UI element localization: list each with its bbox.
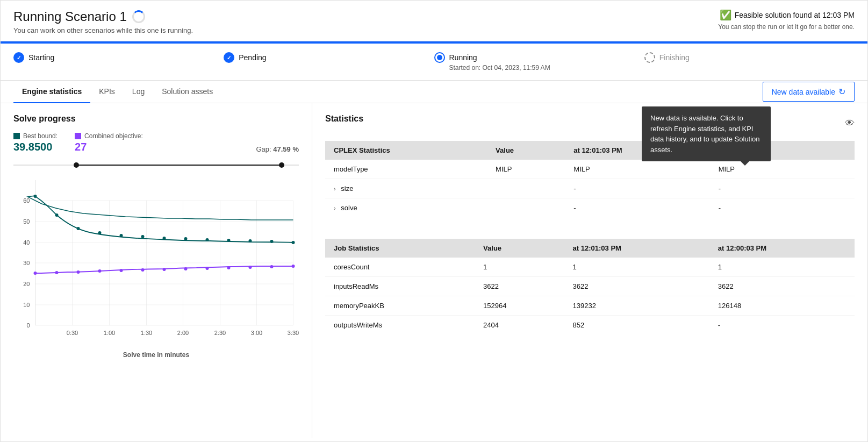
purple-dot bbox=[98, 269, 102, 273]
teal-dot bbox=[34, 195, 37, 198]
purple-dot bbox=[184, 267, 188, 270]
left-panel: Solve progress Best bound: 39.8500 Combi… bbox=[1, 103, 312, 438]
cplex-row-2-col4: - bbox=[710, 198, 855, 218]
step-starting: ✓ Starting bbox=[13, 52, 224, 72]
job-row-1-name: inputsReadMs bbox=[325, 277, 475, 296]
table-row: coresCount 1 1 1 bbox=[325, 258, 855, 277]
job-row-0-col3: 1 bbox=[564, 258, 709, 277]
statistics-title: Statistics bbox=[325, 114, 363, 124]
step-starting-circle: ✓ bbox=[13, 52, 24, 63]
expand-solve-icon[interactable]: › bbox=[334, 205, 336, 211]
solve-progress-title: Solve progress bbox=[13, 114, 299, 124]
purple-dot bbox=[55, 271, 59, 274]
teal-line bbox=[28, 196, 293, 220]
step-finishing-label: Finishing bbox=[659, 53, 690, 62]
step-pending: ✓ Pending bbox=[224, 52, 434, 72]
cplex-row-1-name: › size bbox=[325, 179, 487, 198]
job-row-2-value: 152964 bbox=[475, 296, 564, 316]
cplex-table: CPLEX Statistics Value at 12:01:03 PM at… bbox=[325, 141, 855, 217]
step-running-sublabel: Started on: Oct 04, 2023, 11:59 AM bbox=[449, 64, 644, 72]
job-row-2-col4: 126148 bbox=[709, 296, 855, 316]
teal-dot bbox=[184, 237, 188, 240]
check-circle-icon: ✅ bbox=[720, 9, 731, 21]
cplex-row-1-col3: - bbox=[565, 179, 709, 198]
tab-log[interactable]: Log bbox=[124, 81, 153, 103]
teal-dot bbox=[249, 239, 252, 243]
step-running-circle bbox=[434, 52, 445, 63]
purple-dot bbox=[141, 268, 145, 272]
svg-text:1:30: 1:30 bbox=[141, 330, 152, 336]
teal-dot bbox=[120, 234, 123, 237]
job-row-3-col4: - bbox=[709, 316, 855, 335]
job-row-1-col3: 3622 bbox=[564, 277, 709, 296]
header-left: Running Scenario 1 You can work on other… bbox=[13, 9, 193, 34]
new-data-tooltip: New data is available. Click to refresh … bbox=[642, 106, 771, 161]
job-row-1-value: 3622 bbox=[475, 277, 564, 296]
range-slider[interactable] bbox=[13, 160, 299, 170]
best-bound-label: Best bound: bbox=[23, 132, 58, 140]
cplex-col-value: Value bbox=[487, 141, 565, 160]
page-title: Running Scenario 1 bbox=[13, 9, 127, 24]
combined-label: Combined objective: bbox=[84, 132, 143, 140]
job-col-value: Value bbox=[475, 239, 564, 258]
job-col-time1: at 12:01:03 PM bbox=[564, 239, 709, 258]
svg-text:1:00: 1:00 bbox=[104, 330, 115, 336]
svg-text:40: 40 bbox=[23, 239, 30, 246]
purple-dot bbox=[270, 265, 274, 268]
job-table: Job Statistics Value at 12:01:03 PM at 1… bbox=[325, 239, 855, 334]
cplex-row-0-col4: MILP bbox=[710, 160, 855, 179]
header-subtitle: You can work on other scenarios while th… bbox=[13, 26, 193, 34]
chart-x-label: Solve time in minutes bbox=[13, 351, 299, 359]
gap-value: 47.59 % bbox=[273, 145, 299, 153]
svg-text:0:30: 0:30 bbox=[67, 330, 78, 336]
combined-objective-legend: Combined objective: 27 bbox=[75, 132, 143, 153]
step-pending-label: Pending bbox=[239, 53, 266, 62]
new-data-button[interactable]: New data available ↻ bbox=[763, 82, 855, 102]
page-title-container: Running Scenario 1 bbox=[13, 9, 193, 24]
step-pending-check: ✓ bbox=[227, 55, 231, 61]
app-container: Running Scenario 1 You can work on other… bbox=[0, 0, 868, 442]
chart-area: 0 10 20 30 40 50 60 bbox=[13, 175, 299, 347]
range-thumb-right[interactable] bbox=[279, 162, 284, 168]
step-finishing-header: Finishing bbox=[644, 52, 855, 63]
step-starting-check: ✓ bbox=[17, 55, 21, 61]
teal-dot bbox=[163, 237, 166, 240]
solve-progress-chart: 0 10 20 30 40 50 60 bbox=[13, 175, 299, 347]
tab-kpis[interactable]: KPIs bbox=[90, 81, 124, 103]
teal-dot bbox=[55, 213, 59, 217]
job-row-2-col3: 139232 bbox=[564, 296, 709, 316]
gap-display: Gap: 47.59 % bbox=[256, 145, 299, 153]
cplex-row-1-value bbox=[487, 179, 565, 198]
step-finishing: Finishing bbox=[644, 52, 855, 72]
teal-dot bbox=[270, 240, 274, 243]
range-thumb-left[interactable] bbox=[74, 162, 79, 168]
job-row-3-value: 2404 bbox=[475, 316, 564, 335]
svg-text:2:30: 2:30 bbox=[214, 330, 226, 336]
tab-solution-assets[interactable]: Solution assets bbox=[153, 81, 221, 103]
tab-engine-statistics[interactable]: Engine statistics bbox=[13, 81, 90, 103]
teal-dot bbox=[227, 239, 231, 242]
cplex-row-0-name: modelType bbox=[325, 160, 487, 179]
table-row: memoryPeakKB 152964 139232 126148 bbox=[325, 296, 855, 316]
tabs-container: Engine statistics KPIs Log Solution asse… bbox=[1, 81, 867, 103]
header: Running Scenario 1 You can work on other… bbox=[1, 1, 867, 41]
step-starting-header: ✓ Starting bbox=[13, 52, 224, 63]
job-row-0-name: coresCount bbox=[325, 258, 475, 277]
feasible-label: Feasible solution found at 12:03 PM bbox=[735, 11, 855, 19]
chart-legend: Best bound: 39.8500 Combined objective: … bbox=[13, 132, 299, 153]
step-pending-circle: ✓ bbox=[224, 52, 234, 63]
combined-label-row: Combined objective: bbox=[75, 132, 143, 140]
cplex-row-2-name: › solve bbox=[325, 198, 487, 218]
header-right: ✅ Feasible solution found at 12:03 PM Yo… bbox=[718, 9, 855, 31]
statistics-header: Statistics 👁 bbox=[325, 114, 855, 132]
step-finishing-circle bbox=[644, 52, 655, 63]
range-fill bbox=[76, 165, 282, 166]
svg-text:2:00: 2:00 bbox=[177, 330, 189, 336]
eye-icon[interactable]: 👁 bbox=[845, 118, 855, 129]
job-row-0-col4: 1 bbox=[709, 258, 855, 277]
cplex-row-0-value: MILP bbox=[487, 160, 565, 179]
purple-dot bbox=[227, 266, 231, 269]
table-row: › size - - bbox=[325, 179, 855, 198]
cplex-row-0-col3: MILP bbox=[565, 160, 709, 179]
expand-size-icon[interactable]: › bbox=[334, 186, 336, 192]
